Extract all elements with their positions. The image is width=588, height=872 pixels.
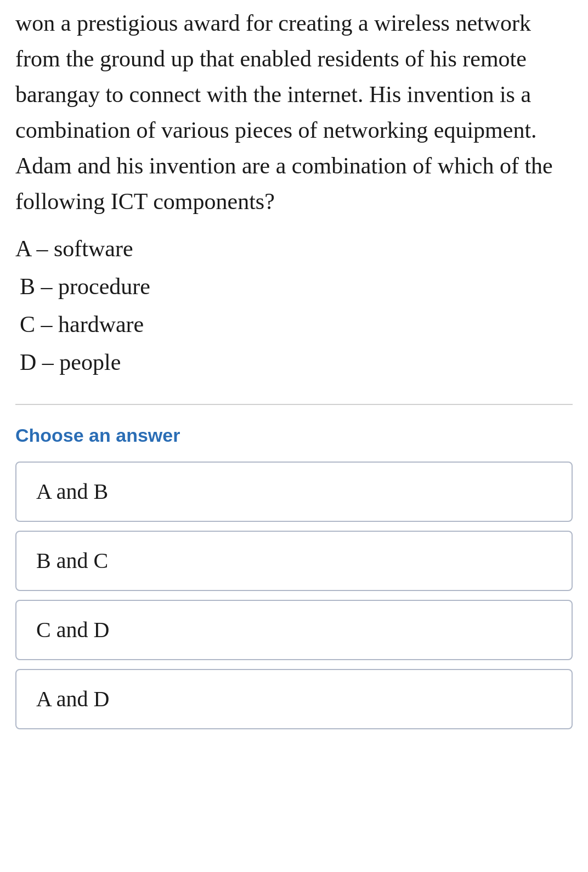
option-b: B – procedure bbox=[15, 268, 573, 306]
option-d: D – people bbox=[15, 344, 573, 381]
choose-answer-label: Choose an answer bbox=[15, 425, 573, 446]
answer-option-c-and-d-label: C and D bbox=[36, 617, 109, 643]
option-c: C – hardware bbox=[15, 306, 573, 344]
answer-option-a-and-b-label: A and B bbox=[36, 479, 108, 504]
question-main-text: won a prestigious award for creating a w… bbox=[15, 10, 553, 214]
answer-option-b-and-c[interactable]: B and C bbox=[15, 531, 573, 591]
section-divider bbox=[15, 404, 573, 405]
answer-option-a-and-b[interactable]: A and B bbox=[15, 462, 573, 522]
answer-options-container: A and B B and C C and D A and D bbox=[15, 462, 573, 729]
page-container: Adam Rivera, a Filipino computer enginee… bbox=[0, 0, 588, 729]
option-a: A – software bbox=[15, 230, 573, 268]
answer-option-a-and-d[interactable]: A and D bbox=[15, 669, 573, 729]
answer-option-b-and-c-label: B and C bbox=[36, 548, 108, 573]
answer-option-c-and-d[interactable]: C and D bbox=[15, 600, 573, 660]
answer-option-a-and-d-label: A and D bbox=[36, 686, 109, 712]
question-body: Adam Rivera, a Filipino computer enginee… bbox=[15, 0, 573, 220]
options-list: A – software B – procedure C – hardware … bbox=[15, 230, 573, 382]
